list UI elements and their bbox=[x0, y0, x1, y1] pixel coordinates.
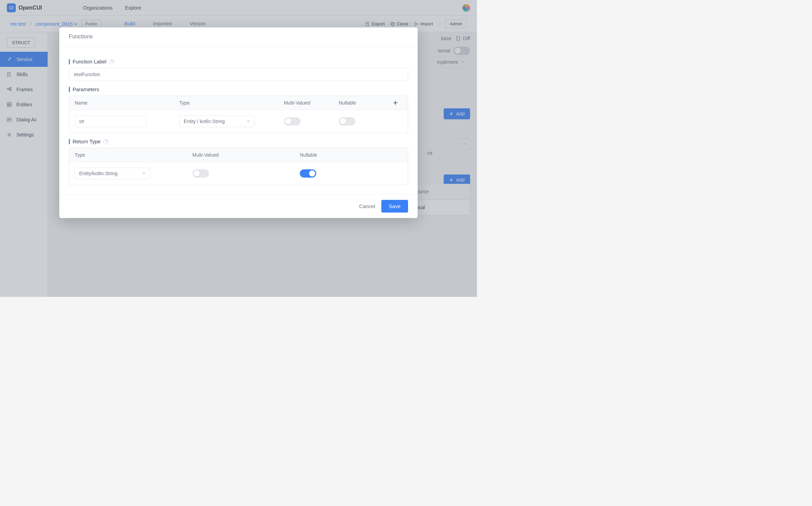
caret-down-icon bbox=[142, 173, 146, 174]
param-type-value: Entity / kotlin.String bbox=[184, 119, 225, 124]
param-nullable-toggle[interactable] bbox=[339, 117, 355, 125]
help-icon[interactable]: ? bbox=[103, 139, 109, 144]
caret-down-icon bbox=[247, 121, 250, 122]
functions-modal: Functions Function Label ? Parameters Na… bbox=[59, 27, 418, 218]
return-type-select[interactable]: Entity/kotlin.String bbox=[75, 168, 150, 179]
parameters-table-head: Name Type Multi-Valued Nullable bbox=[69, 96, 408, 110]
function-label-input[interactable] bbox=[69, 68, 408, 81]
parameters-table: Name Type Multi-Valued Nullable Entity /… bbox=[69, 96, 408, 133]
modal-overlay[interactable]: Functions Function Label ? Parameters Na… bbox=[0, 0, 477, 297]
col-multi-valued: Multi-Valued bbox=[284, 100, 339, 106]
section-parameters: Parameters bbox=[69, 86, 408, 92]
section-bar bbox=[69, 59, 70, 64]
add-parameter-button[interactable] bbox=[389, 100, 402, 105]
modal-title: Functions bbox=[59, 27, 418, 46]
col-type: Type bbox=[75, 152, 193, 158]
param-multivalued-toggle[interactable] bbox=[284, 117, 300, 125]
param-name-input[interactable] bbox=[75, 116, 147, 127]
return-table-row: Entity/kotlin.String bbox=[69, 162, 408, 185]
param-type-select[interactable]: Entity / kotlin.String bbox=[179, 116, 255, 127]
return-nullable-toggle[interactable] bbox=[300, 169, 316, 178]
help-icon[interactable]: ? bbox=[109, 59, 114, 64]
section-bar bbox=[69, 87, 70, 92]
return-table-head: Type Multi-Valued Nullable bbox=[69, 148, 408, 162]
return-multivalued-toggle[interactable] bbox=[193, 169, 209, 178]
col-name: Name bbox=[75, 100, 179, 106]
col-multi-valued: Multi-Valued bbox=[193, 152, 300, 158]
cancel-button[interactable]: Cancel bbox=[359, 203, 375, 209]
section-title: Return Type bbox=[73, 138, 100, 144]
section-return-type: Return Type ? bbox=[69, 138, 408, 144]
section-title: Function Label bbox=[73, 59, 106, 64]
return-table: Type Multi-Valued Nullable Entity/kotlin… bbox=[69, 148, 408, 185]
col-nullable: Nullable bbox=[300, 152, 402, 158]
plus-icon bbox=[393, 100, 398, 105]
section-bar bbox=[69, 139, 70, 144]
modal-body: Function Label ? Parameters Name Type Mu… bbox=[59, 46, 418, 194]
section-title: Parameters bbox=[73, 86, 99, 92]
modal-footer: Cancel Save bbox=[59, 194, 418, 218]
save-button[interactable]: Save bbox=[381, 200, 408, 213]
parameters-table-row: Entity / kotlin.String bbox=[69, 110, 408, 133]
section-function-label: Function Label ? bbox=[69, 59, 408, 64]
col-type: Type bbox=[179, 100, 284, 106]
return-type-value: Entity/kotlin.String bbox=[79, 171, 118, 176]
col-nullable: Nullable bbox=[339, 100, 389, 106]
